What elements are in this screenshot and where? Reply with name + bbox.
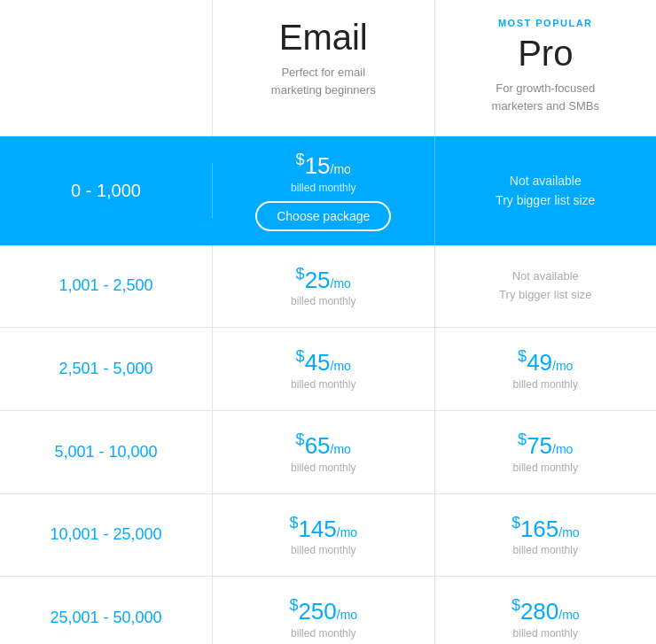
- range-10001-25000: 10,001 - 25,000: [0, 494, 213, 577]
- amount-email-4: $145/mo: [289, 514, 357, 543]
- amount-email-1: $25/mo: [296, 265, 351, 294]
- plan-header-email: Email Perfect for emailmarketing beginne…: [213, 0, 435, 136]
- price-email-5: $250/mo billed monthly: [213, 577, 435, 644]
- choose-package-button[interactable]: Choose package: [255, 201, 391, 231]
- row-2501-5000: 2,501 - 5,000 $45/mo billed monthly $49/…: [0, 328, 656, 411]
- not-available-pro-0: Not availableTry bigger list size: [444, 171, 648, 211]
- billed-email-3: billed monthly: [291, 462, 355, 474]
- price-col-pro-0: Not availableTry bigger list size: [435, 157, 657, 225]
- billed-pro-3: billed monthly: [513, 462, 578, 474]
- billed-pro-4: billed monthly: [513, 544, 578, 556]
- price-email-4: $145/mo billed monthly: [213, 494, 435, 577]
- price-pro-2: $49/mo billed monthly: [435, 328, 657, 410]
- plan-name-email: Email: [227, 18, 420, 57]
- plan-name-pro: Pro: [449, 34, 643, 73]
- price-col-email-0: $15/mo billed monthly Choose package: [213, 136, 435, 245]
- amount-pro-4: $165/mo: [512, 514, 580, 543]
- billed-pro-2: billed monthly: [513, 378, 578, 391]
- billed-email-0: billed monthly: [222, 182, 426, 194]
- row-1001-2500: 1,001 - 2,500 $25/mo billed monthly Not …: [0, 245, 656, 329]
- range-5001-10000: 5,001 - 10,000: [0, 411, 213, 493]
- header-row: Email Perfect for emailmarketing beginne…: [0, 0, 656, 136]
- price-email-0: $15/mo: [222, 151, 426, 180]
- price-pro-5: $280/mo billed monthly: [435, 577, 657, 644]
- price-pro-1: Not availableTry bigger list size: [435, 245, 657, 328]
- not-available-pro-1: Not availableTry bigger list size: [499, 268, 591, 305]
- range-header-empty: [0, 0, 213, 136]
- pricing-table: Email Perfect for emailmarketing beginne…: [0, 0, 656, 644]
- price-pro-4: $165/mo billed monthly: [435, 494, 657, 577]
- range-1001-2500: 1,001 - 2,500: [0, 245, 213, 328]
- row-25001-50000: 25,001 - 50,000 $250/mo billed monthly $…: [0, 577, 656, 644]
- plan-header-pro: MOST POPULAR Pro For growth-focusedmarke…: [435, 0, 657, 136]
- amount-pro-2: $49/mo: [518, 347, 573, 376]
- range-0-1000: 0 - 1,000: [0, 163, 213, 219]
- plan-desc-pro: For growth-focusedmarketers and SMBs: [449, 80, 643, 114]
- plan-desc-email: Perfect for emailmarketing beginners: [227, 64, 420, 98]
- row-10001-25000: 10,001 - 25,000 $145/mo billed monthly $…: [0, 494, 656, 578]
- billed-email-4: billed monthly: [291, 544, 355, 556]
- billed-email-1: billed monthly: [291, 295, 355, 307]
- amount-email-5: $250/mo: [289, 596, 357, 625]
- most-popular-label: MOST POPULAR: [449, 18, 643, 28]
- billed-pro-5: billed monthly: [513, 627, 578, 640]
- amount-pro-3: $75/mo: [518, 431, 573, 460]
- highlight-row: 0 - 1,000 $15/mo billed monthly Choose p…: [0, 136, 656, 245]
- price-email-2: $45/mo billed monthly: [213, 328, 435, 410]
- amount-email-3: $65/mo: [296, 431, 351, 460]
- amount-email-2: $45/mo: [296, 347, 351, 376]
- range-25001-50000: 25,001 - 50,000: [0, 577, 213, 644]
- amount-pro-5: $280/mo: [512, 596, 580, 625]
- billed-email-2: billed monthly: [291, 378, 355, 391]
- range-2501-5000: 2,501 - 5,000: [0, 328, 213, 410]
- price-email-3: $65/mo billed monthly: [213, 411, 435, 493]
- billed-email-5: billed monthly: [291, 627, 355, 640]
- row-5001-10000: 5,001 - 10,000 $65/mo billed monthly $75…: [0, 411, 656, 494]
- price-email-1: $25/mo billed monthly: [213, 245, 435, 328]
- price-pro-3: $75/mo billed monthly: [435, 411, 657, 493]
